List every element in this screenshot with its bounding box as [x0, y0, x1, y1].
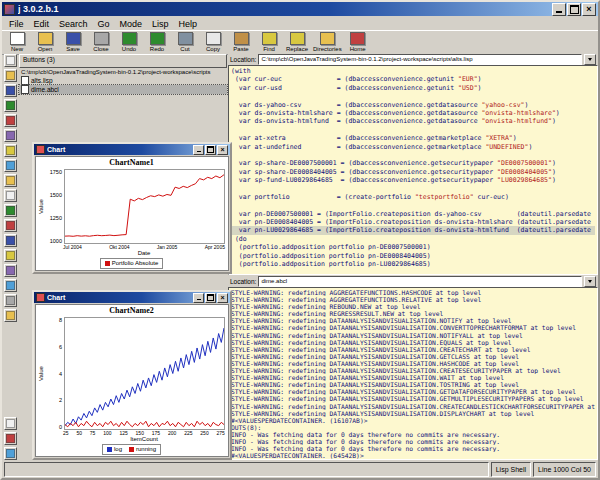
menu-item[interactable]: Lisp: [147, 19, 174, 29]
shell-line: STYLE-WARNING: redefining DATAANALYSISAN…: [231, 410, 595, 417]
shell-line: INFO - Was fetching data for 0 days ther…: [231, 445, 595, 452]
cut-icon: [178, 32, 193, 45]
tool-icon-13: [6, 236, 15, 245]
toolbar-button[interactable]: Copy: [200, 32, 226, 52]
shell-line: STYLE-WARNING: redefining DATAANALYSISAN…: [231, 360, 595, 367]
close-button[interactable]: ×: [217, 293, 228, 303]
toolbar-button[interactable]: Replace: [284, 32, 310, 52]
minimize-button[interactable]: [193, 293, 204, 303]
location-dropdown-button[interactable]: [584, 276, 596, 287]
location-dropdown-button[interactable]: [584, 54, 596, 65]
rail-tool-button[interactable]: [4, 114, 17, 127]
home-icon: [350, 32, 365, 45]
chevron-down-icon: [588, 280, 592, 283]
menu-item[interactable]: Go: [93, 19, 115, 29]
toolbar-button[interactable]: Save: [60, 32, 86, 52]
toolbar: New Open Save Close Undo: [2, 30, 598, 55]
menu-item[interactable]: File: [4, 19, 29, 29]
toolbar-button[interactable]: Directories: [312, 32, 343, 52]
editor-line: (portfolio.addposition portfolio pn-DE00…: [231, 243, 595, 251]
rail-tool-button[interactable]: [4, 159, 17, 172]
rail-tool-button[interactable]: [4, 144, 17, 157]
file-name: dime.abcl: [31, 86, 59, 93]
menu-item[interactable]: Help: [174, 19, 203, 29]
rail-tool-button[interactable]: [4, 447, 17, 460]
chart2-title-bar[interactable]: Chart ×: [34, 292, 230, 303]
editor-line: [231, 126, 595, 134]
rail-tool-button[interactable]: [4, 99, 17, 112]
y-tick-label: 6: [46, 344, 62, 350]
toolbar-button[interactable]: Undo: [116, 32, 142, 52]
toolbar-button[interactable]: Home: [345, 32, 371, 52]
rail-tool-button[interactable]: [4, 219, 17, 232]
rail-tool-button[interactable]: [4, 234, 17, 247]
app-icon: [4, 4, 15, 15]
copy-icon: [206, 32, 221, 45]
toolbar-button[interactable]: Close: [88, 32, 114, 52]
rail-tool-button[interactable]: [4, 279, 17, 292]
toolbar-button-label: Paste: [233, 46, 248, 52]
tool-icon-11: [6, 206, 15, 215]
toolbar-button[interactable]: Paste: [228, 32, 254, 52]
rail-tool-button[interactable]: [4, 417, 17, 430]
minimize-button[interactable]: [552, 3, 566, 16]
toolbar-button[interactable]: New: [4, 32, 30, 52]
file-name: alts.lisp: [31, 77, 53, 84]
editor-line: var pn-DE0008404005 = (ImportFolio.creat…: [231, 218, 595, 226]
rail-tool-button[interactable]: [4, 249, 17, 262]
editor-line: [231, 151, 595, 159]
chart2-y-ticks: 86420: [46, 317, 64, 430]
title-bar[interactable]: j 3.0.2.b.1 ×: [2, 2, 598, 16]
rail-tool-button[interactable]: [4, 309, 17, 322]
rail-tool-button[interactable]: [4, 204, 17, 217]
tool-icon-16: [6, 281, 15, 290]
maximize-icon: [207, 146, 214, 153]
rail-tool-button[interactable]: [4, 129, 17, 142]
menu-item[interactable]: Edit: [29, 19, 55, 29]
buttons-panel-header[interactable]: Buttons (3): [19, 54, 227, 68]
close-button[interactable]: ×: [217, 145, 228, 155]
chart-window-1[interactable]: Chart × ChartName1 Value 175015001250100…: [32, 142, 232, 274]
toolbar-button-label: Home: [350, 46, 366, 52]
rail-tool-button[interactable]: [4, 264, 17, 277]
editor-location-input[interactable]: C:\tmp\cb\OpenJavaTradingSystem-bin-0.1.…: [258, 54, 582, 65]
maximize-button[interactable]: [205, 293, 216, 303]
rail-tool-button[interactable]: [4, 84, 17, 97]
editor-pane[interactable]: (with (var cur-euc = (dbaccessconvenienc…: [228, 65, 598, 275]
status-bar: Lisp Shell Line 1000 Col 50: [2, 461, 598, 478]
toolbar-button-label: Directories: [313, 46, 342, 52]
menu-item[interactable]: Mode: [115, 19, 148, 29]
rail-tool-button[interactable]: [4, 294, 17, 307]
file-item[interactable]: dime.abcl: [19, 85, 227, 94]
rail-tool-button[interactable]: [4, 432, 17, 445]
lisp-shell-pane[interactable]: STYLE-WARNING: redefining AGGREGATEFUNCT…: [228, 287, 598, 460]
toolbar-button-label: Save: [66, 46, 80, 52]
chart1-title-bar[interactable]: Chart ×: [34, 144, 230, 155]
y-tick-label: 2: [46, 397, 62, 403]
rail-tool-button[interactable]: [4, 174, 17, 187]
chart-window-2[interactable]: Chart × ChartName2 Value 86420 255075100…: [32, 290, 232, 460]
toolbar-button[interactable]: Redo: [144, 32, 170, 52]
shell-line: STYLE-WARNING: redefining DATAANALYSISAN…: [231, 381, 595, 388]
file-item[interactable]: alts.lisp: [19, 76, 227, 85]
shell-location-input[interactable]: dime.abcl: [258, 276, 582, 287]
rail-tool-button[interactable]: [4, 69, 17, 82]
rail-tool-button[interactable]: [4, 54, 17, 67]
close-icon: ×: [220, 295, 224, 301]
left-tool-rail: [3, 54, 17, 460]
y-tick-label: 1250: [46, 215, 62, 221]
editor-line: var sp-share-DE0008404005 = (dbaccesscon…: [231, 168, 595, 176]
close-button[interactable]: ×: [582, 3, 596, 16]
toolbar-button[interactable]: Open: [32, 32, 58, 52]
replace-icon: [290, 32, 305, 45]
toolbar-button[interactable]: Find: [256, 32, 282, 52]
window-title: j 3.0.2.b.1: [18, 4, 549, 14]
legend-label: Portfolio Absolute: [112, 260, 159, 266]
toolbar-button[interactable]: Cut: [172, 32, 198, 52]
maximize-button[interactable]: [567, 3, 581, 16]
rail-tool-button[interactable]: [4, 189, 17, 202]
minimize-button[interactable]: [193, 145, 204, 155]
maximize-button[interactable]: [205, 145, 216, 155]
menu-item[interactable]: Search: [54, 19, 93, 29]
status-mode: Lisp Shell: [491, 462, 531, 477]
